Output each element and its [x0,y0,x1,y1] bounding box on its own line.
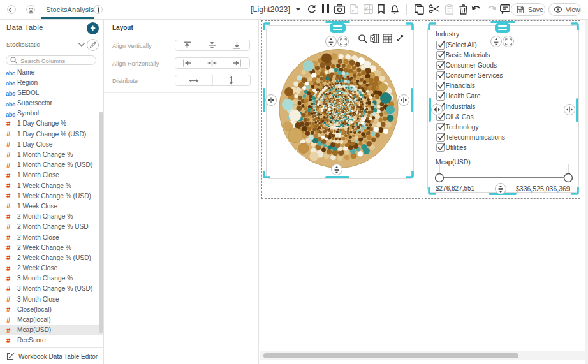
svg-text:P: P [351,9,354,13]
